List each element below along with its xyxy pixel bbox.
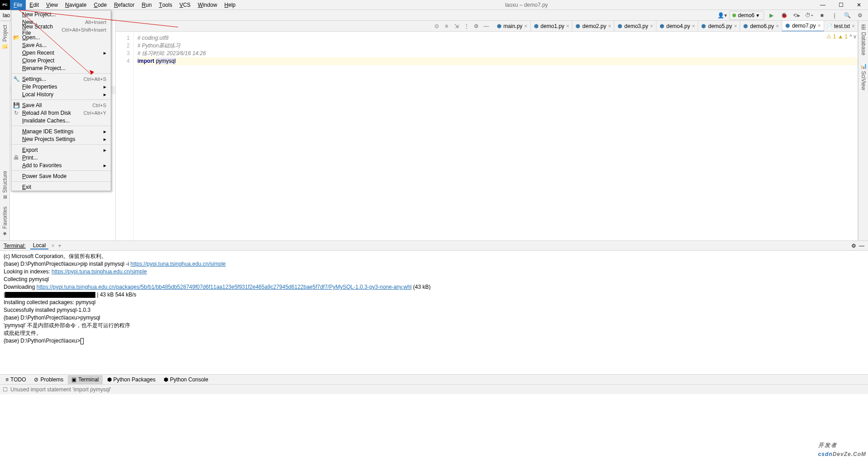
editor-tab-test-txt[interactable]: 📄test.txt× (824, 21, 858, 32)
status-bar: ☐ Unused import statement 'import pymysq… (0, 384, 868, 394)
file-menu-rename-project-[interactable]: Rename Project... (11, 64, 111, 72)
editor-tab-demo1-py[interactable]: ⬢demo1.py× (531, 21, 573, 32)
run-button[interactable]: ▶ (766, 10, 777, 20)
close-icon[interactable]: × (566, 23, 569, 29)
menu-window[interactable]: Window (194, 0, 221, 10)
file-menu-new-scratch-file[interactable]: New Scratch FileCtrl+Alt+Shift+Insert (11, 26, 111, 33)
tab-expand-icon[interactable]: ≡ (442, 22, 451, 31)
terminal-gear-icon[interactable]: ⚙ (851, 243, 856, 249)
right-tool-stripe: 🗄 Database 📊 SciView (858, 21, 868, 240)
file-menu-manage-ide-settings[interactable]: Manage IDE Settings▸ (11, 127, 111, 135)
editor-tabs: ⊙ ≡ ⇲ ⋮ ⚙ — ⬢main.py×⬢demo1.py×⬢demo2.py… (116, 21, 858, 32)
left-tool-stripe: 📁 Project ≣ Structure ★ Favorites (0, 21, 10, 240)
editor-tab-main-py[interactable]: ⬢main.py× (494, 21, 531, 32)
file-menu-local-history[interactable]: Local History▸ (11, 90, 111, 98)
editor-tab-demo6-py[interactable]: ⬢demo6.py× (740, 21, 782, 32)
menu-tools[interactable]: Tools (156, 0, 176, 10)
run-config-selector[interactable]: demo6 ▾ (729, 11, 764, 20)
editor-tab-demo5-py[interactable]: ⬢demo5.py× (698, 21, 740, 32)
file-menu-open-recent[interactable]: Open Recent▸ (11, 49, 111, 56)
bottom-tab-todo[interactable]: ≡TODO (2, 375, 29, 384)
menu-run[interactable]: Run (138, 0, 156, 10)
close-button[interactable]: ✕ (850, 0, 868, 10)
close-icon[interactable]: × (692, 23, 695, 29)
menu-refactor[interactable]: Refactor (110, 0, 138, 10)
tab-gear-icon[interactable]: ⚙ (472, 22, 481, 31)
terminal-add-tab-icon[interactable]: + (58, 243, 61, 249)
editor-tab-demo4-py[interactable]: ⬢demo4.py× (656, 21, 698, 32)
sciview-tool-tab[interactable]: 📊 SciView (859, 59, 868, 94)
project-tool-tab[interactable]: 📁 Project (1, 21, 9, 54)
tab-collapse-icon[interactable]: ⇲ (452, 22, 461, 31)
menu-vcs[interactable]: VCS (176, 0, 194, 10)
terminal-header-label: Terminal: (4, 243, 26, 249)
tab-hide-icon[interactable]: — (482, 22, 491, 31)
file-menu-new-projects-settings[interactable]: New Projects Settings▸ (11, 135, 111, 143)
file-menu-save-as-[interactable]: Save As... (11, 41, 111, 49)
user-icon[interactable]: 👤▾ (717, 10, 727, 20)
file-menu-new-project-[interactable]: New Project... (11, 10, 111, 18)
debug-button[interactable]: 🐞 (778, 10, 789, 20)
stop-button[interactable]: ■ (816, 10, 827, 20)
structure-tool-tab[interactable]: ≣ Structure (1, 167, 9, 203)
minimize-button[interactable]: — (814, 0, 832, 10)
editor-body[interactable]: 12 34 # coding:utf8 # Python基础练习 # 练习时间:… (116, 32, 858, 240)
app-icon: PC (0, 0, 10, 10)
file-menu-exit[interactable]: Exit (11, 183, 111, 191)
close-icon[interactable]: × (650, 23, 653, 29)
profile-button[interactable]: ⏱▾ (804, 10, 815, 20)
maximize-button[interactable]: ☐ (832, 0, 850, 10)
editor-tab-demo7-py[interactable]: ⬢demo7.py× (782, 21, 824, 32)
file-menu-file-properties[interactable]: File Properties▸ (11, 83, 111, 90)
menu-help[interactable]: Help (221, 0, 239, 10)
bottom-tab-terminal[interactable]: ▣Terminal (68, 375, 102, 384)
run-config-label: demo6 (738, 12, 755, 19)
tab-divider-icon: ⋮ (462, 22, 471, 31)
search-button[interactable]: 🔍 (842, 10, 853, 20)
close-icon[interactable]: × (818, 23, 821, 29)
file-menu-invalidate-caches-[interactable]: Invalidate Caches... (11, 117, 111, 124)
breadcrumb[interactable]: lao (0, 12, 10, 19)
bottom-tab-problems[interactable]: ⊘Problems (30, 375, 67, 384)
status-text: Unused import statement 'import pymysql' (10, 386, 111, 393)
close-icon[interactable]: × (776, 23, 779, 29)
file-menu-power-save-mode[interactable]: Power Save Mode (11, 172, 111, 180)
bottom-tab-python-packages[interactable]: ⬢Python Packages (104, 375, 159, 384)
bottom-tab-python-console[interactable]: ⬢Python Console (160, 375, 212, 384)
terminal-tab-local[interactable]: Local (30, 242, 49, 249)
editor-tab-demo3-py[interactable]: ⬢demo3.py× (614, 21, 656, 32)
file-menu-reload-all-from-disk[interactable]: ↻Reload All from DiskCtrl+Alt+Y (11, 109, 111, 117)
terminal-tab-close-icon[interactable]: × (51, 243, 54, 249)
favorites-tool-tab[interactable]: ★ Favorites (1, 203, 9, 240)
file-menu-settings-[interactable]: 🔧Settings...Ctrl+Alt+S (11, 75, 111, 83)
editor-tab-demo2-py[interactable]: ⬢demo2.py× (572, 21, 614, 32)
file-menu-print-[interactable]: 🖶Print... (11, 154, 111, 161)
terminal-panel: Terminal: Local × + ⚙ — (c) Microsoft Co… (0, 240, 868, 374)
file-menu-add-to-favorites[interactable]: Add to Favorites▸ (11, 161, 111, 169)
watermark: 开发者 csdnDevZe.CoM (818, 436, 866, 457)
close-icon[interactable]: × (524, 23, 528, 29)
menu-navigate[interactable]: Navigate (61, 0, 90, 10)
menu-file[interactable]: File (10, 0, 26, 10)
file-menu-close-project[interactable]: Close Project (11, 56, 111, 64)
run-coverage-button[interactable]: ⟲▸ (791, 10, 802, 20)
close-icon[interactable]: × (852, 23, 855, 29)
menu-view[interactable]: View (42, 0, 61, 10)
terminal-body[interactable]: (c) Microsoft Corporation。保留所有权利。(base) … (0, 251, 868, 374)
database-tool-tab[interactable]: 🗄 Database (859, 21, 868, 59)
file-menu-dropdown: New Project...New...Alt+InsertNew Scratc… (11, 10, 111, 191)
tab-locate-icon[interactable]: ⊙ (432, 22, 441, 31)
file-menu-save-all[interactable]: 💾Save AllCtrl+S (11, 101, 111, 109)
file-menu-export[interactable]: Export▸ (11, 146, 111, 154)
chevron-down-icon: ▾ (756, 12, 759, 19)
close-icon[interactable]: × (608, 23, 611, 29)
code-area[interactable]: # coding:utf8 # Python基础练习 # 练习时间: 2023/… (134, 32, 858, 240)
separator-icon: | (829, 10, 840, 20)
menu-code[interactable]: Code (90, 0, 110, 10)
menu-edit[interactable]: Edit (26, 0, 42, 10)
terminal-hide-icon[interactable]: — (859, 243, 864, 249)
editor-inspection-status[interactable]: ⚠ 1 ▲ 1 ^ v (826, 33, 856, 40)
settings-button[interactable]: ⚙ (854, 10, 865, 20)
file-menu-open-[interactable]: 📂Open... (11, 33, 111, 41)
close-icon[interactable]: × (734, 23, 737, 29)
